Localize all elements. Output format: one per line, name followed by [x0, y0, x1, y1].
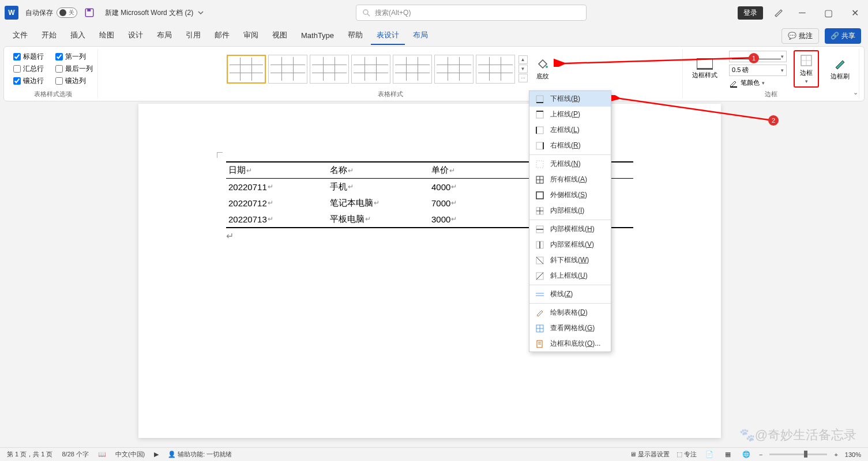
read-mode-icon[interactable]: 📄 — [704, 449, 715, 460]
borders-icon — [799, 54, 813, 67]
status-accessibility[interactable]: 👤 辅助功能: 一切就绪 — [168, 450, 232, 459]
status-words[interactable]: 8/28 个字 — [62, 450, 88, 459]
border-bottom-icon — [535, 95, 544, 104]
shading-button[interactable]: 底纹 — [531, 55, 554, 83]
scroll-down-icon[interactable]: ▼ — [518, 65, 528, 73]
tab-view[interactable]: 视图 — [266, 27, 293, 45]
tab-draw[interactable]: 绘图 — [93, 27, 120, 45]
zoom-slider[interactable] — [769, 454, 827, 455]
titlebar: W 自动保存 关 新建 Microsoft Word 文档 (2) 搜索(Alt… — [0, 0, 868, 25]
dropdown-item-gridlines[interactable]: 查看网格线(G) — [529, 320, 611, 336]
autosave-label: 自动保存 — [25, 8, 53, 18]
border-top-icon — [535, 110, 544, 119]
check-header-row[interactable]: 标题行 — [13, 51, 44, 63]
border-style-button[interactable]: 边框样式 — [687, 56, 722, 82]
check-banded-cols[interactable]: 镶边列 — [55, 75, 93, 87]
style-thumb-2[interactable] — [268, 55, 307, 84]
dropdown-item-border-bottom[interactable]: 下框线(B) — [529, 91, 611, 107]
login-button[interactable]: 登录 — [738, 6, 763, 20]
dropdown-item-border-none[interactable]: 无框线(N) — [529, 156, 611, 172]
tab-home[interactable]: 开始 — [36, 27, 62, 45]
web-layout-icon[interactable]: 🌐 — [741, 449, 752, 460]
svg-point-4 — [546, 66, 548, 68]
tab-file[interactable]: 文件 — [7, 27, 33, 45]
status-lang[interactable]: 中文(中国) — [115, 450, 145, 459]
svg-rect-1 — [87, 9, 91, 12]
border-diag-down-icon — [535, 256, 544, 265]
dropdown-item-border-inside-h[interactable]: 内部横框线(H) — [529, 221, 611, 237]
spellcheck-icon[interactable]: 📖 — [98, 451, 106, 458]
toggle-switch[interactable]: 关 — [57, 7, 77, 18]
check-total-row[interactable]: 汇总行 — [13, 63, 44, 75]
search-input[interactable]: 搜索(Alt+Q) — [356, 5, 587, 21]
border-inside-v-icon — [535, 240, 544, 250]
macro-icon[interactable]: ▶ — [154, 451, 159, 458]
status-page[interactable]: 第 1 页，共 1 页 — [7, 450, 52, 459]
tab-mailings[interactable]: 邮件 — [209, 27, 235, 45]
check-banded-rows[interactable]: 镶边行 — [13, 75, 44, 87]
scroll-up-icon[interactable]: ▲ — [518, 55, 528, 64]
border-left-icon — [535, 126, 544, 135]
tab-mathtype[interactable]: MathType — [295, 28, 340, 44]
style-thumb-5[interactable] — [393, 55, 432, 84]
svg-line-32 — [536, 273, 543, 279]
bucket-icon — [536, 57, 550, 71]
pen-color-select[interactable]: 笔颜色▾ — [729, 78, 787, 88]
style-scroll[interactable]: ▲▼⋯ — [518, 55, 528, 82]
share-button[interactable]: 🔗 共享 — [825, 28, 861, 44]
focus-mode[interactable]: ⬚ 专注 — [677, 450, 697, 459]
close-button[interactable]: ✕ — [847, 5, 863, 21]
tab-table-design[interactable]: 表设计 — [371, 27, 405, 45]
table-style-gallery[interactable] — [227, 55, 515, 84]
tab-help[interactable]: 帮助 — [342, 27, 369, 45]
tab-layout[interactable]: 布局 — [151, 27, 178, 45]
check-first-col[interactable]: 第一列 — [55, 51, 93, 63]
dropdown-item-border-right[interactable]: 右框线(R) — [529, 138, 611, 153]
borders-shading-icon — [535, 339, 544, 349]
zoom-out-button[interactable]: − — [759, 451, 762, 458]
dropdown-item-border-inside-v[interactable]: 内部竖框线(V) — [529, 237, 611, 252]
border-inside-icon — [535, 206, 544, 216]
dropdown-item-border-diag-down[interactable]: 斜下框线(W) — [529, 252, 611, 268]
display-settings[interactable]: 🖥 显示器设置 — [630, 450, 670, 459]
dropdown-item-borders-shading[interactable]: 边框和底纹(O)... — [529, 336, 611, 352]
document-title[interactable]: 新建 Microsoft Word 文档 (2) — [105, 8, 205, 18]
check-last-col[interactable]: 最后一列 — [55, 63, 93, 75]
line-weight-select[interactable]: 0.5 磅▾ — [729, 65, 787, 76]
ribbon-expand-icon[interactable]: ⌄ — [853, 89, 858, 96]
style-thumb-7[interactable] — [476, 55, 515, 84]
autosave-toggle[interactable]: 自动保存 关 — [25, 7, 77, 18]
zoom-level[interactable]: 130% — [845, 451, 861, 458]
comments-button[interactable]: 💬 批注 — [781, 28, 819, 44]
tab-references[interactable]: 引用 — [180, 27, 206, 45]
save-icon[interactable] — [84, 7, 95, 18]
dropdown-item-border-all[interactable]: 所有框线(A) — [529, 172, 611, 187]
scroll-more-icon[interactable]: ⋯ — [518, 74, 528, 82]
dropdown-item-border-left[interactable]: 左框线(L) — [529, 122, 611, 138]
tab-insert[interactable]: 插入 — [65, 27, 91, 45]
svg-rect-13 — [536, 127, 543, 134]
maximize-button[interactable]: ▢ — [821, 5, 837, 21]
margin-marker — [217, 152, 223, 158]
dropdown-item-border-top[interactable]: 上框线(P) — [529, 107, 611, 122]
dropdown-item-border-inside[interactable]: 内部框线(I) — [529, 203, 611, 218]
zoom-in-button[interactable]: + — [834, 451, 837, 458]
dropdown-item-border-diag-up[interactable]: 斜上框线(U) — [529, 268, 611, 284]
border-painter-button[interactable]: 边框刷 — [826, 55, 854, 83]
tab-layout2[interactable]: 布局 — [407, 27, 434, 45]
minimize-button[interactable]: ─ — [794, 5, 810, 21]
print-layout-icon[interactable]: ▦ — [722, 449, 734, 460]
dropdown-item-draw-table[interactable]: 绘制表格(D) — [529, 305, 611, 320]
document-page[interactable]: 日期↵ 名称↵ 单价↵ 20220711↵ 手机↵ 4000↵ 20220712… — [138, 104, 721, 438]
pen-icon[interactable] — [773, 7, 784, 18]
style-thumb-1[interactable] — [227, 55, 266, 84]
style-thumb-6[interactable] — [434, 55, 474, 84]
tab-design[interactable]: 设计 — [122, 27, 149, 45]
style-thumb-4[interactable] — [351, 55, 390, 84]
borders-dropdown-button[interactable]: 边框 ▾ — [794, 50, 819, 88]
style-thumb-3[interactable] — [310, 55, 349, 84]
border-inside-h-icon — [535, 225, 544, 234]
tab-review[interactable]: 审阅 — [238, 27, 264, 45]
dropdown-item-hline[interactable]: 横线(Z) — [529, 286, 611, 302]
dropdown-item-border-outside[interactable]: 外侧框线(S) — [529, 187, 611, 203]
